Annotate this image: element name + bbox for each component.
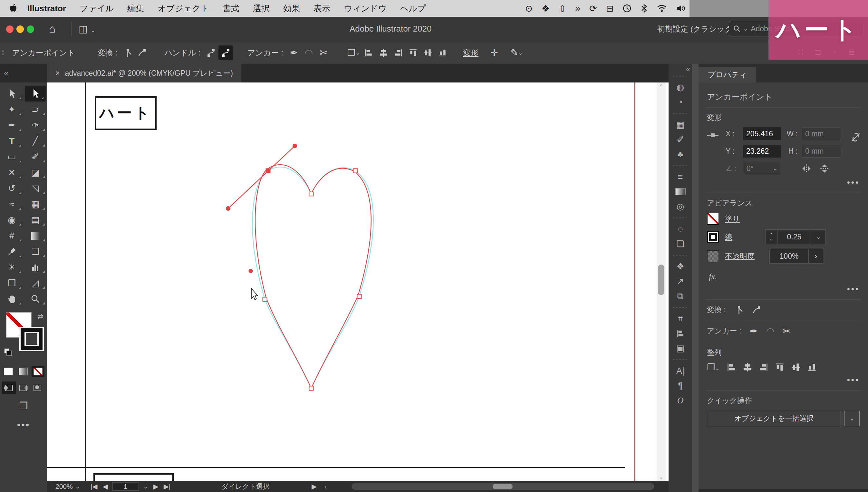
anchor-point[interactable] xyxy=(309,386,314,391)
pathfinder-panel-icon[interactable]: ▣ xyxy=(669,341,692,356)
perspective-grid-tool[interactable]: ▤ xyxy=(24,212,47,228)
canvas[interactable]: ハート ⌃ ⌄ xyxy=(47,82,669,492)
gradient-tool[interactable] xyxy=(24,228,47,244)
bezier-handle-line[interactable] xyxy=(228,146,295,208)
handle-endpoint[interactable] xyxy=(249,269,253,273)
opacity-link[interactable]: 不透明度 xyxy=(725,251,754,261)
align-vcenter-button[interactable] xyxy=(791,363,800,372)
stroke-swatch[interactable] xyxy=(19,327,44,351)
link-dimensions-icon[interactable] xyxy=(849,131,862,144)
align-left-button[interactable] xyxy=(727,363,736,372)
anchor-point[interactable] xyxy=(357,295,362,299)
chevrons-icon[interactable]: » xyxy=(575,3,580,14)
pen-tool[interactable]: ✒ xyxy=(0,117,24,133)
opacity-input[interactable]: 100% xyxy=(770,249,809,263)
line-segment-tool[interactable]: ╱ xyxy=(24,133,47,149)
panel-grip[interactable]: ⁞⁞ xyxy=(1,49,3,56)
transform-link[interactable]: 変形 xyxy=(463,48,478,58)
hand-tool[interactable] xyxy=(0,291,24,307)
character-panel-icon[interactable]: A| xyxy=(669,364,692,378)
handle-endpoint[interactable] xyxy=(293,144,297,148)
layers-panel-icon[interactable]: ❖ xyxy=(669,259,692,274)
align-to-artboard-icon[interactable]: ❐⌄ xyxy=(346,45,361,60)
wifi-icon[interactable] xyxy=(656,4,667,13)
anchor-point[interactable] xyxy=(263,297,267,301)
next-artboard-button[interactable]: ▶ xyxy=(153,483,158,490)
stroke-panel-icon[interactable]: ≡ xyxy=(669,170,692,184)
graphic-styles-panel-icon[interactable]: ❏ xyxy=(669,237,692,251)
flip-vertical-icon[interactable] xyxy=(820,164,829,173)
shape-builder-tool[interactable]: ◉ xyxy=(0,212,24,228)
align-right-button[interactable] xyxy=(391,45,406,60)
transform-options-icon[interactable]: ✛ xyxy=(487,45,502,60)
document-tab[interactable]: × advanced02.ai* @ 200% (CMYK/GPU プレビュー) xyxy=(47,64,241,82)
truck-icon[interactable]: ⊟ xyxy=(606,3,614,14)
cut-path-scissors-icon[interactable]: ✂ xyxy=(316,45,331,60)
blend-tool[interactable]: ❏ xyxy=(24,244,47,260)
show-handles-button[interactable] xyxy=(204,45,219,60)
close-tab-icon[interactable]: × xyxy=(55,69,59,78)
magic-wand-tool[interactable]: ✦ xyxy=(0,101,24,117)
edit-toolbar-ellipsis[interactable]: ••• xyxy=(0,419,47,430)
lasso-tool[interactable]: ⊃ xyxy=(24,101,47,117)
menu-type[interactable]: 書式 xyxy=(223,3,240,14)
brushes-panel-icon[interactable]: ✐ xyxy=(669,132,692,147)
volume-icon[interactable] xyxy=(676,4,686,13)
menu-edit[interactable]: 編集 xyxy=(127,3,144,14)
chevron-down-icon[interactable]: ⌄ xyxy=(143,483,148,490)
h-input[interactable]: 0 mm xyxy=(802,145,841,157)
artboard-tool[interactable]: ❐ xyxy=(0,275,24,291)
stroke-weight-stepper[interactable]: ⌃⌄ xyxy=(766,230,777,244)
type-tool[interactable]: T xyxy=(0,133,24,149)
add-anchor-pen-icon[interactable]: ✒ xyxy=(287,45,301,60)
scroll-up-icon[interactable]: ⌃ xyxy=(656,83,666,90)
color-guide-panel-icon[interactable]: ◔ xyxy=(669,95,692,109)
align-vcenter-button[interactable] xyxy=(420,45,435,60)
time-machine-icon[interactable] xyxy=(622,4,631,13)
paintbrush-tool[interactable]: ✐ xyxy=(24,149,47,165)
fx-button[interactable]: fx. xyxy=(709,272,860,281)
apple-icon[interactable] xyxy=(9,3,17,13)
prev-artboard-button[interactable]: ◀ xyxy=(102,483,108,490)
menu-illustrator[interactable]: Illustrator xyxy=(27,3,66,14)
align-bottom-button[interactable] xyxy=(435,45,450,60)
anchor-point-selected[interactable] xyxy=(266,169,270,173)
app-update-icon[interactable]: ⇧ xyxy=(559,3,566,14)
opacity-expand[interactable]: › xyxy=(809,249,823,263)
gradient-button[interactable] xyxy=(17,366,30,377)
bluetooth-icon[interactable] xyxy=(641,3,648,13)
angle-select[interactable]: 0°⌄ xyxy=(743,162,781,175)
handle-endpoint[interactable] xyxy=(226,206,230,211)
status-expand-icon[interactable]: ▶ xyxy=(312,483,317,490)
none-button[interactable] xyxy=(31,366,45,377)
artboard-number-input[interactable]: 1 xyxy=(113,482,139,491)
expand-panels-icon[interactable]: « xyxy=(669,64,692,75)
eraser-tool[interactable]: ◪ xyxy=(24,165,47,180)
menu-file[interactable]: ファイル xyxy=(80,3,114,14)
free-transform-tool[interactable]: ▦ xyxy=(24,196,47,212)
rectangle-tool[interactable]: ▭ xyxy=(0,149,24,165)
draw-inside-button[interactable] xyxy=(30,382,45,394)
minimize-window-button[interactable] xyxy=(17,25,24,34)
color-panel-icon[interactable]: ◍ xyxy=(669,80,692,95)
horizontal-scrollbar[interactable] xyxy=(351,483,654,490)
heart-path-red[interactable] xyxy=(255,165,371,388)
horizontal-scroll-thumb[interactable] xyxy=(493,484,513,489)
menu-effect[interactable]: 効果 xyxy=(283,3,300,14)
vertical-scrollbar[interactable]: ⌃ ⌄ xyxy=(656,82,666,481)
swatches-panel-icon[interactable]: ▦ xyxy=(669,117,692,132)
add-anchor-pen-icon[interactable]: ✒ xyxy=(749,325,758,337)
menu-select[interactable]: 選択 xyxy=(253,3,270,14)
slice-tool[interactable]: ◿ xyxy=(24,275,47,291)
curvature-tool[interactable]: ✑ xyxy=(24,117,47,133)
y-input[interactable]: 23.262 xyxy=(743,145,781,157)
zoom-window-button[interactable] xyxy=(27,25,34,34)
tab-properties[interactable]: プロパティ xyxy=(698,67,756,82)
rotate-tool[interactable]: ↺ xyxy=(0,180,24,196)
align-hcenter-button[interactable] xyxy=(376,45,391,60)
anchor-point[interactable] xyxy=(353,169,357,173)
transform-panel-icon[interactable]: ⌗ xyxy=(669,311,692,326)
menu-object[interactable]: オブジェクト xyxy=(157,3,209,14)
select-similar-objects-button[interactable]: オブジェクトを一括選択 xyxy=(707,411,841,426)
artboards-panel-icon[interactable]: ⧉ xyxy=(669,289,692,303)
